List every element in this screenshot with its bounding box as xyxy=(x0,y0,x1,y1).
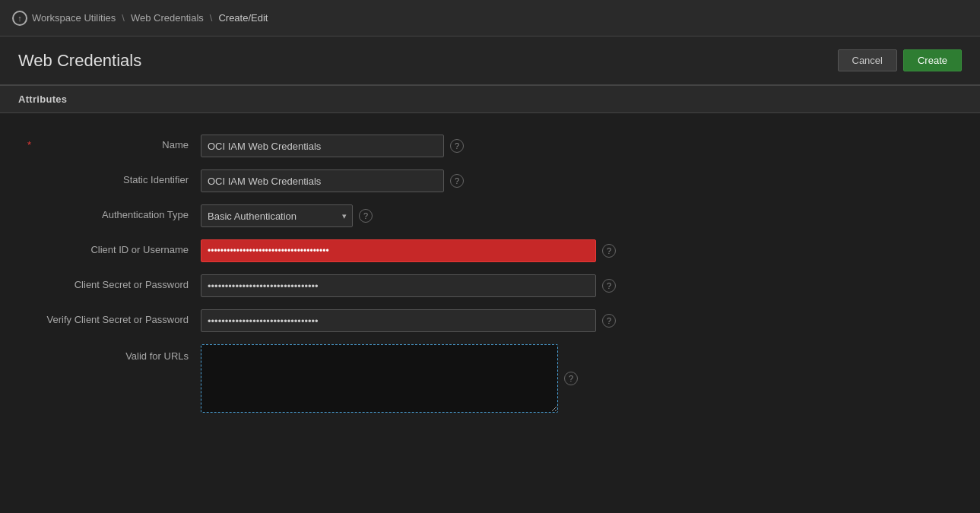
auth-type-field: Basic Authentication OAuth 2.0 API Key ▾… xyxy=(201,204,962,227)
attributes-section-header: Attributes xyxy=(0,85,980,113)
valid-urls-field: ? xyxy=(201,344,962,413)
client-secret-input[interactable] xyxy=(201,274,596,297)
auth-type-row: Authentication Type Basic Authentication… xyxy=(0,198,980,233)
breadcrumb-sep-1: \ xyxy=(122,12,125,24)
back-icon[interactable]: ↑ xyxy=(12,11,27,26)
static-id-label: Static Identifier xyxy=(18,169,201,185)
static-id-row: Static Identifier ? xyxy=(0,163,980,198)
create-button[interactable]: Create xyxy=(903,49,962,71)
static-id-input[interactable] xyxy=(201,169,444,192)
form-body: * Name ? Static Identifier ? Authenticat… xyxy=(0,113,980,434)
verify-secret-input[interactable] xyxy=(201,309,596,332)
client-secret-row: Client Secret or Password ? xyxy=(0,268,980,303)
required-indicator: * xyxy=(27,139,31,150)
client-secret-field: ? xyxy=(201,274,962,297)
valid-urls-row: Valid for URLs ? xyxy=(0,338,980,419)
client-id-row: Client ID or Username ? xyxy=(0,233,980,268)
auth-type-help-icon[interactable]: ? xyxy=(359,209,373,223)
header-actions: Cancel Create xyxy=(838,49,963,71)
page-header: Web Credentials Cancel Create xyxy=(0,36,980,85)
page-title: Web Credentials xyxy=(18,51,141,71)
client-secret-label: Client Secret or Password xyxy=(18,274,201,290)
verify-secret-label: Verify Client Secret or Password xyxy=(18,309,201,325)
verify-secret-row: Verify Client Secret or Password ? xyxy=(0,303,980,338)
verify-secret-help-icon[interactable]: ? xyxy=(602,314,616,328)
static-id-field: ? xyxy=(201,169,962,192)
name-row: * Name ? xyxy=(0,128,980,163)
name-input[interactable] xyxy=(201,135,444,157)
breadcrumb-workspace-utilities[interactable]: Workspace Utilities xyxy=(32,12,116,24)
client-id-label: Client ID or Username xyxy=(18,239,201,255)
valid-urls-help-icon[interactable]: ? xyxy=(564,372,578,385)
name-help-icon[interactable]: ? xyxy=(450,139,464,153)
auth-type-select-wrapper: Basic Authentication OAuth 2.0 API Key ▾ xyxy=(201,204,353,227)
cancel-button[interactable]: Cancel xyxy=(838,49,897,71)
client-secret-help-icon[interactable]: ? xyxy=(602,279,616,293)
static-id-help-icon[interactable]: ? xyxy=(450,174,464,188)
breadcrumb-sep-2: \ xyxy=(210,12,213,24)
name-field: ? xyxy=(201,135,962,157)
auth-type-label: Authentication Type xyxy=(18,204,201,220)
breadcrumb-bar: ↑ Workspace Utilities \ Web Credentials … xyxy=(0,0,980,36)
verify-secret-field: ? xyxy=(201,309,962,332)
auth-type-select[interactable]: Basic Authentication OAuth 2.0 API Key xyxy=(201,204,353,227)
valid-urls-label: Valid for URLs xyxy=(18,344,201,362)
valid-urls-textarea[interactable] xyxy=(201,344,558,413)
name-label: * Name xyxy=(18,135,201,150)
breadcrumb-create-edit: Create/Edit xyxy=(218,12,268,24)
breadcrumb-web-credentials[interactable]: Web Credentials xyxy=(131,12,204,24)
client-id-input[interactable] xyxy=(201,239,596,262)
client-id-field: ? xyxy=(201,239,962,262)
client-id-help-icon[interactable]: ? xyxy=(602,244,616,258)
